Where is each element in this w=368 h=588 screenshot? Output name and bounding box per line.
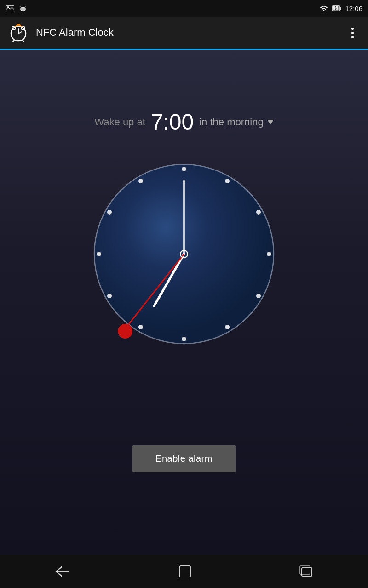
- nav-bar: [0, 555, 368, 588]
- svg-point-30: [182, 337, 186, 341]
- period-caret-icon: [267, 120, 274, 124]
- wake-up-row: Wake up at 7:00 in the morning: [94, 109, 273, 135]
- app-bar-title: NFC Alarm Clock: [36, 27, 344, 39]
- status-bar-left: [6, 4, 28, 13]
- alarm-period-selector[interactable]: in the morning: [199, 116, 273, 128]
- svg-line-6: [25, 6, 26, 7]
- status-time: 12:06: [345, 5, 362, 12]
- svg-point-32: [107, 294, 112, 298]
- clock-svg: [92, 162, 276, 346]
- svg-point-25: [225, 179, 230, 183]
- alarm-time[interactable]: 7:00: [151, 109, 194, 135]
- svg-point-27: [267, 252, 271, 256]
- svg-rect-37: [179, 566, 190, 577]
- clock-center-dot: [180, 250, 188, 258]
- battery-icon: [332, 4, 341, 13]
- enable-alarm-button[interactable]: Enable alarm: [132, 445, 236, 472]
- home-button[interactable]: [178, 564, 192, 579]
- svg-point-28: [256, 294, 261, 298]
- svg-point-29: [225, 325, 230, 329]
- app-bar: NFC Alarm Clock: [0, 17, 368, 50]
- svg-line-19: [13, 40, 15, 42]
- status-bar-right: 12:06: [319, 4, 362, 13]
- svg-point-24: [182, 167, 186, 171]
- svg-line-20: [22, 40, 24, 42]
- analog-clock[interactable]: [92, 162, 276, 346]
- svg-line-5: [21, 6, 22, 7]
- app-logo-icon: [7, 22, 29, 44]
- seconds-hand-ball: [118, 324, 132, 339]
- overflow-menu-button[interactable]: [344, 24, 361, 41]
- svg-point-2: [20, 7, 26, 11]
- svg-point-35: [138, 179, 143, 183]
- android-icon: [18, 4, 28, 13]
- svg-point-34: [107, 210, 112, 215]
- svg-point-31: [138, 325, 143, 329]
- status-bar: 12:06: [0, 0, 368, 17]
- svg-rect-10: [340, 7, 341, 10]
- svg-point-4: [24, 9, 25, 10]
- wake-up-label: Wake up at: [94, 116, 145, 128]
- gallery-icon: [6, 4, 15, 13]
- svg-point-26: [256, 210, 261, 215]
- back-button[interactable]: [53, 565, 71, 578]
- svg-point-3: [22, 9, 23, 10]
- wifi-icon: [319, 4, 328, 13]
- recents-button[interactable]: [299, 565, 315, 578]
- main-content: Wake up at 7:00 in the morning: [0, 50, 368, 555]
- svg-point-33: [97, 252, 101, 256]
